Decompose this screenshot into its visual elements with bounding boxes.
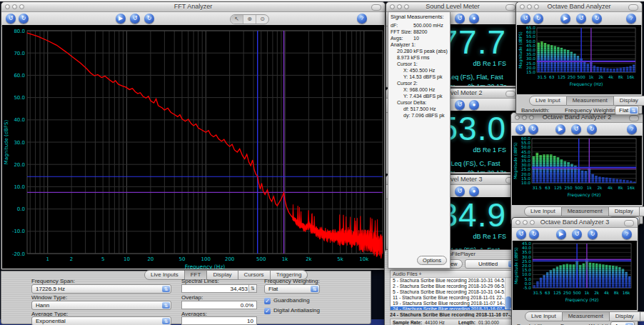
minimize-icon[interactable] xyxy=(12,4,17,9)
oba2-tab-live-input[interactable]: Live Input xyxy=(524,206,562,216)
zoom-window-icon[interactable] xyxy=(534,4,539,9)
oba-titlebar[interactable]: Octave Band Analyzer 3 xyxy=(512,218,638,228)
close-icon[interactable] xyxy=(5,4,10,9)
averages-input[interactable]: 10 xyxy=(181,316,257,325)
file-list-item[interactable]: 24 - Stachura Scribe Blue recording 2018… xyxy=(391,306,512,311)
oba-plot-area[interactable]: -5.00.05.010.015.020.025.030.035.040.045… xyxy=(513,241,637,310)
preset-popup[interactable]: Untitled⇅ xyxy=(465,259,518,269)
loop-button[interactable]: ↺ xyxy=(455,186,465,196)
options-button[interactable]: Options xyxy=(417,256,447,265)
window-controls[interactable] xyxy=(515,115,534,120)
toolbar-lozenge-icon[interactable] xyxy=(624,220,634,226)
oba3-tab-display[interactable]: Display xyxy=(610,311,640,321)
fft-plot-area[interactable]: 80.070.060.050.040.030.020.010.00.0-10.0… xyxy=(2,25,384,269)
file-list-scrollbar[interactable] xyxy=(505,278,511,309)
play-button[interactable]: ▶ xyxy=(560,14,570,24)
refresh-button[interactable]: ↻ xyxy=(587,124,597,134)
audio-files-list[interactable]: Audio Files + 5 - Stachura Scribe Blue r… xyxy=(390,270,513,311)
oba-weighting-popup[interactable]: A⇅ xyxy=(610,321,635,325)
oba-plot-area[interactable]: 10.015.020.025.030.035.040.045.050.055.0… xyxy=(512,136,642,205)
file-list-item[interactable]: 19 - Stachura Scribe Blue recording 2018… xyxy=(391,301,512,306)
refresh-button[interactable]: ↻ xyxy=(144,14,154,24)
close-icon[interactable] xyxy=(390,4,395,9)
refresh-button[interactable]: ↻ xyxy=(588,229,598,239)
help-button[interactable]: ? xyxy=(622,229,632,239)
window-controls[interactable] xyxy=(515,220,535,225)
play-button[interactable]: ▶ xyxy=(556,229,566,239)
restart-button[interactable]: ↺ xyxy=(572,229,582,239)
oba-tabstrip[interactable]: Live InputMeasurementDisplayCursors xyxy=(529,96,644,106)
record-button[interactable]: ● xyxy=(469,14,479,24)
minimize-icon[interactable] xyxy=(523,220,528,225)
play-button[interactable]: ▶ xyxy=(116,14,126,24)
meter-titlebar[interactable]: Sound Level Meter xyxy=(386,2,519,12)
file-list-item[interactable]: 5 - Stachura Scribe Blue recording 2018-… xyxy=(391,278,512,284)
digital-antialiasing-checkbox[interactable]: ✓Digital Antialiasing xyxy=(264,307,320,314)
oba3-tab-cursors[interactable]: Cursors xyxy=(640,311,644,321)
file-list-item[interactable]: 2 - Stachura Scribe Blue recording 2018-… xyxy=(391,284,512,289)
window-type-popup[interactable]: Hann⇅ xyxy=(31,301,171,310)
guardbanding-checkbox[interactable]: ✓Guardbanding xyxy=(264,297,310,304)
help-button[interactable]: ? xyxy=(627,124,637,134)
minimize-icon[interactable] xyxy=(527,4,532,9)
loop-button[interactable]: ↺ xyxy=(520,14,530,24)
oba-plot-area[interactable]: 15.020.025.030.035.040.045.050.055.060.0… xyxy=(517,25,641,94)
tool-segmented-control[interactable]: ↖ ⊕ ⊙ xyxy=(230,14,269,24)
close-icon[interactable] xyxy=(520,4,525,9)
average-type-popup[interactable]: Exponential⇅ xyxy=(31,316,171,325)
loop-button[interactable]: ↺ xyxy=(515,124,525,134)
window-controls[interactable] xyxy=(520,4,539,9)
oba1-tab-measurement[interactable]: Measurement xyxy=(567,96,614,106)
frequency-span-popup[interactable]: 17226.5 Hz⇅ xyxy=(31,284,171,294)
file-list-item[interactable]: 5 - Stachura Scribe Blue recording 2018-… xyxy=(391,289,512,295)
redo-button[interactable]: ↻ xyxy=(529,229,539,239)
loop-button[interactable]: ↺ xyxy=(516,229,526,239)
toolbar-lozenge-icon[interactable] xyxy=(505,4,515,11)
close-icon[interactable] xyxy=(515,220,520,225)
window-controls[interactable] xyxy=(5,4,24,9)
fft-titlebar[interactable]: FFT Analyzer xyxy=(1,2,385,12)
oba3-tab-live-input[interactable]: Live Input xyxy=(525,311,563,321)
file-list-item[interactable]: 11 - Stachura Scribe Blue recording 2018… xyxy=(391,295,512,301)
toolbar-lozenge-icon[interactable] xyxy=(371,4,381,11)
close-icon[interactable] xyxy=(515,115,520,120)
restart-button[interactable]: ↺ xyxy=(576,14,586,24)
play-button[interactable]: ▶ xyxy=(555,124,565,134)
oba1-tab-live-input[interactable]: Live Input xyxy=(529,96,567,106)
oba-weighting-popup[interactable]: Flat⇅ xyxy=(615,106,639,115)
toolbar-lozenge-icon[interactable] xyxy=(505,91,515,97)
scrollbar-thumb[interactable] xyxy=(505,296,511,309)
loop-button[interactable]: ↺ xyxy=(455,100,465,110)
oba1-tab-display[interactable]: Display xyxy=(614,96,644,106)
restart-button[interactable]: ↺ xyxy=(571,124,581,134)
oba-tabstrip[interactable]: Live InputMeasurementDisplayCursors xyxy=(524,206,644,216)
oba-titlebar[interactable]: Octave Band Analyzer xyxy=(516,2,642,12)
oba2-tab-display[interactable]: Display xyxy=(609,206,640,216)
refresh-button[interactable]: ↻ xyxy=(592,14,602,24)
field-stepper-icon[interactable]: ⇅ xyxy=(248,285,256,292)
minimize-icon[interactable] xyxy=(397,4,402,9)
loop-button[interactable]: ↺ xyxy=(6,14,16,24)
spectral-lines-input[interactable]: 34,453⇅ xyxy=(181,284,257,293)
zoom-window-icon[interactable] xyxy=(529,115,534,120)
redo-button[interactable]: ↻ xyxy=(533,14,543,24)
oba3-tab-measurement[interactable]: Measurement xyxy=(563,311,610,321)
pointer-tool-icon[interactable]: ↖ xyxy=(231,15,243,24)
restart-button[interactable]: ↺ xyxy=(130,14,140,24)
zoom-tool-icon[interactable]: ⊙ xyxy=(256,15,268,24)
frequency-weighting-popup[interactable]: Flat⇅ xyxy=(264,284,320,294)
window-controls[interactable] xyxy=(390,4,409,9)
minimize-icon[interactable] xyxy=(522,115,527,120)
zoom-window-icon[interactable] xyxy=(530,220,535,225)
oba2-tab-cursors[interactable]: Cursors xyxy=(640,206,644,216)
help-button[interactable]: ? xyxy=(357,14,367,24)
fft-tab-live-inputs[interactable]: Live Inputs xyxy=(144,270,185,280)
toolbar-lozenge-icon[interactable] xyxy=(629,115,639,121)
oba2-tab-measurement[interactable]: Measurement xyxy=(562,206,609,216)
help-button[interactable]: ? xyxy=(626,14,636,24)
redo-button[interactable]: ↻ xyxy=(19,14,29,24)
record-button[interactable]: ● xyxy=(469,186,479,196)
loop-button[interactable]: ↺ xyxy=(455,14,465,24)
redo-button[interactable]: ↻ xyxy=(528,124,538,134)
zoom-window-icon[interactable] xyxy=(404,4,409,9)
